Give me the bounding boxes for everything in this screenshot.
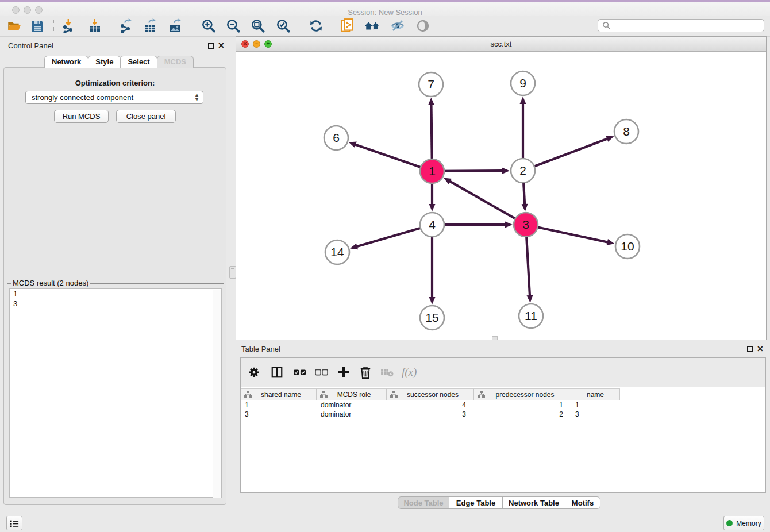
arrowhead-icon (350, 244, 358, 250)
table-panel-float-icon[interactable] (747, 346, 753, 352)
export-image-icon[interactable] (167, 18, 183, 34)
list-icon (9, 519, 20, 528)
table-toolbar: f(x) (241, 358, 765, 387)
control-panel-float-icon[interactable] (208, 43, 214, 49)
mcds-result-textarea[interactable]: 13 (9, 288, 222, 498)
table-cell[interactable]: 2 (474, 410, 571, 419)
tab-node-table[interactable]: Node Table (398, 496, 449, 509)
memory-button[interactable]: Memory (723, 516, 764, 530)
table-cell[interactable]: dominator (317, 400, 387, 410)
delete-table-icon (379, 364, 396, 381)
edge-2-8[interactable] (523, 138, 608, 171)
arrowhead-icon (429, 297, 436, 304)
table-panel-title: Table Panel (241, 345, 280, 353)
column-header-predecessor-nodes[interactable]: predecessor nodes (474, 389, 571, 400)
table-panel-tabs: Node TableEdge TableNetwork TableMotifs (398, 496, 600, 509)
node-label-15: 15 (425, 311, 438, 324)
edge-3-1[interactable] (449, 181, 526, 225)
show-all-icon[interactable] (415, 18, 431, 34)
table-rows: 1dominator4113dominator323 (241, 400, 765, 419)
arrowhead-icon (520, 97, 526, 104)
export-table-icon[interactable] (142, 18, 158, 34)
table-cell[interactable]: 3 (571, 410, 620, 419)
arrowhead-icon (349, 142, 357, 148)
toolbar-separator (111, 20, 111, 33)
save-session-icon[interactable] (29, 18, 45, 34)
tab-motifs[interactable]: Motifs (565, 496, 600, 509)
zoom-fit-icon[interactable] (250, 18, 266, 34)
column-header-name[interactable]: name (571, 389, 620, 400)
open-file-icon[interactable] (6, 18, 22, 34)
deselect-all-icon[interactable] (313, 364, 330, 381)
chevron-up-down-icon: ▲▼ (194, 92, 199, 102)
node-label-2: 2 (519, 164, 526, 177)
export-network-icon[interactable] (118, 18, 134, 34)
select-all-icon[interactable] (291, 364, 309, 381)
refresh-layout-icon[interactable] (308, 18, 324, 34)
result-scrollbar[interactable] (213, 290, 221, 498)
control-panel-tabs: NetworkStyleSelectMCDS (44, 56, 193, 68)
tab-network[interactable]: Network (44, 56, 88, 68)
table-header-row: shared nameMCDS rolesuccessor nodesprede… (241, 388, 620, 400)
node-label-6: 6 (333, 131, 340, 144)
table-cell[interactable]: 3 (241, 410, 317, 419)
zoom-in-icon[interactable] (201, 18, 217, 34)
column-header-MCDS-role[interactable]: MCDS role (317, 389, 387, 400)
tab-style[interactable]: Style (88, 56, 121, 68)
zoom-out-icon[interactable] (225, 18, 241, 34)
delete-icon[interactable] (357, 364, 374, 381)
attribute-icon (244, 391, 252, 398)
zoom-selected-icon[interactable] (275, 18, 291, 34)
import-table-icon[interactable] (87, 18, 103, 34)
show-panels-button[interactable] (6, 516, 22, 530)
search-field[interactable] (598, 19, 764, 32)
column-header-successor-nodes[interactable]: successor nodes (387, 389, 474, 400)
status-bar: Memory (0, 512, 770, 532)
memory-label: Memory (736, 519, 761, 527)
result-line: 1 (10, 289, 221, 299)
close-panel-button[interactable]: Close panel (116, 110, 176, 123)
table-cell[interactable]: 4 (387, 400, 474, 410)
function-builder-icon: f(x) (402, 366, 417, 379)
network-window-titlebar[interactable]: ✕ − + scc.txt (236, 37, 766, 52)
table-cell[interactable]: 3 (387, 410, 474, 419)
hide-selected-icon[interactable] (390, 18, 406, 34)
node-label-14: 14 (330, 245, 344, 259)
column-header-shared-name[interactable]: shared name (241, 389, 317, 400)
tab-mcds[interactable]: MCDS (157, 56, 194, 68)
node-label-7: 7 (428, 78, 434, 91)
tab-edge-table[interactable]: Edge Table (449, 496, 503, 509)
search-input[interactable] (614, 21, 764, 30)
memory-status-icon (726, 520, 733, 526)
network-canvas[interactable]: 7968124314101511 (237, 52, 766, 340)
run-mcds-button[interactable]: Run MCDS (54, 110, 109, 123)
tab-select[interactable]: Select (120, 56, 157, 68)
table-cell[interactable]: 1 (571, 400, 620, 410)
toolbar-separator (53, 20, 54, 33)
network-window-resize-grip[interactable] (492, 336, 498, 340)
table-row[interactable]: 1dominator411 (241, 400, 765, 410)
table-cell[interactable]: dominator (317, 410, 387, 419)
arrowhead-icon (502, 168, 510, 174)
tab-network-table[interactable]: Network Table (502, 496, 565, 509)
column-settings-icon[interactable] (245, 364, 263, 381)
table-cell[interactable]: 1 (474, 400, 571, 410)
table-panel-close-icon[interactable]: ✕ (757, 346, 764, 352)
arrowhead-icon (429, 204, 436, 211)
mcds-result-title: MCDS result (2 nodes) (11, 279, 90, 287)
node-label-9: 9 (519, 76, 526, 90)
table-cell[interactable]: 1 (241, 400, 317, 410)
node-label-11: 11 (525, 309, 537, 322)
arrowhead-icon (428, 98, 434, 105)
new-network-from-selection-icon[interactable] (340, 18, 356, 34)
control-panel-close-icon[interactable]: ✕ (218, 43, 225, 49)
arrowhead-icon (505, 222, 513, 228)
optimization-criterion-select[interactable]: strongly connected component ▲▼ (25, 91, 203, 104)
import-network-icon[interactable] (60, 18, 76, 34)
main-toolbar (0, 16, 770, 37)
add-icon[interactable] (335, 364, 352, 381)
first-neighbors-icon[interactable] (364, 18, 380, 34)
node-label-3: 3 (522, 218, 529, 231)
show-columns-icon[interactable] (268, 364, 286, 381)
table-row[interactable]: 3dominator323 (241, 410, 765, 419)
